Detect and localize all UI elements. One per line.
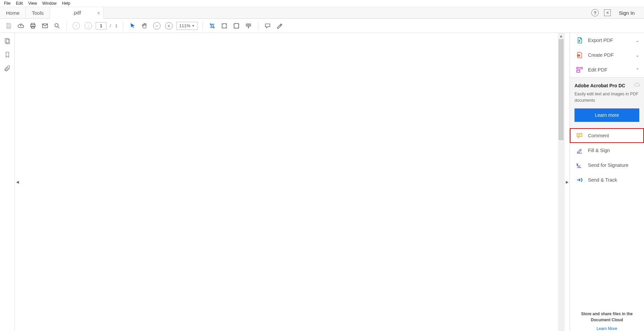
- tool-send-signature[interactable]: x Send for Signature: [570, 158, 644, 173]
- svg-rect-14: [577, 70, 580, 72]
- svg-rect-0: [8, 26, 10, 28]
- cloud-upload-icon[interactable]: [16, 21, 26, 31]
- svg-rect-6: [211, 25, 214, 27]
- zoom-level-select[interactable]: 111% ▼: [176, 22, 198, 30]
- cloud-icon: [634, 82, 640, 89]
- help-icon[interactable]: ?: [591, 9, 599, 16]
- tool-export-pdf-label: Export PDF: [588, 38, 613, 43]
- page-up-icon[interactable]: ↑: [72, 21, 81, 31]
- chevron-down-icon: ⌄: [636, 38, 639, 43]
- edit-pdf-icon: [576, 66, 583, 74]
- right-tools-panel: Export PDF ⌄ Create PDF ⌄ Edit PDF ⌃ Ado…: [569, 33, 644, 331]
- svg-point-16: [581, 178, 582, 179]
- svg-point-18: [581, 181, 582, 181]
- tool-create-pdf-label: Create PDF: [588, 52, 614, 58]
- toolbar: ↑ ↓ / 1 − + 111% ▼: [0, 19, 644, 33]
- fullscreen-icon[interactable]: [232, 21, 241, 31]
- menu-view[interactable]: View: [26, 0, 40, 6]
- chevron-up-icon: ⌃: [636, 67, 639, 73]
- tool-comment-label: Comment: [588, 133, 609, 138]
- svg-rect-3: [32, 26, 34, 28]
- svg-text:x: x: [577, 163, 578, 166]
- svg-rect-12: [577, 54, 580, 56]
- export-pdf-icon: [576, 37, 583, 44]
- menu-edit[interactable]: Edit: [13, 0, 26, 6]
- chevron-down-icon: ▼: [192, 24, 195, 28]
- tab-tools[interactable]: Tools: [26, 7, 50, 18]
- print-icon[interactable]: [28, 21, 38, 31]
- collapse-left-icon[interactable]: ◀: [16, 180, 19, 184]
- thumbnails-icon[interactable]: [4, 38, 11, 45]
- menu-bar: File Edit View Window Help: [0, 0, 644, 7]
- tab-document[interactable]: .pdf ×: [50, 7, 104, 19]
- tool-send-signature-label: Send for Signature: [588, 162, 629, 168]
- page-number-input[interactable]: [96, 22, 106, 30]
- menu-window[interactable]: Window: [40, 0, 59, 6]
- page-down-icon[interactable]: ↓: [84, 21, 93, 31]
- email-icon[interactable]: [40, 21, 50, 31]
- send-track-icon: [576, 176, 583, 184]
- fill-sign-icon: [576, 147, 583, 154]
- tab-document-label: .pdf: [73, 10, 81, 15]
- learn-more-button[interactable]: Learn more: [574, 108, 639, 122]
- edit-pdf-expanded: Adobe Acrobat Pro DC Easily edit text an…: [570, 77, 644, 128]
- fit-width-icon[interactable]: [208, 21, 217, 31]
- create-pdf-icon: [576, 51, 583, 59]
- highlight-icon[interactable]: [275, 21, 284, 31]
- tool-edit-pdf-label: Edit PDF: [588, 67, 607, 73]
- document-view[interactable]: ◀: [15, 33, 558, 331]
- comment-icon: [576, 132, 583, 139]
- tab-home[interactable]: Home: [0, 7, 26, 18]
- search-icon[interactable]: [52, 21, 62, 31]
- send-signature-icon: x: [576, 161, 583, 169]
- sign-in-button[interactable]: Sign In: [616, 10, 637, 16]
- tool-fill-sign-label: Fill & Sign: [588, 148, 610, 153]
- svg-rect-13: [577, 67, 583, 69]
- footer-store-text: Store and share files in the Document Cl…: [575, 311, 639, 323]
- scroll-up-icon[interactable]: ▲: [558, 33, 564, 39]
- svg-point-17: [582, 180, 582, 180]
- page-total: 1: [114, 23, 118, 28]
- attachments-icon[interactable]: [4, 65, 11, 73]
- comment-bubble-icon[interactable]: [263, 21, 272, 31]
- notifications-icon[interactable]: ✕: [604, 9, 611, 16]
- scroll-thumb[interactable]: [559, 39, 563, 140]
- hand-tool-icon[interactable]: [140, 21, 149, 31]
- expanded-title: Adobe Acrobat Pro DC: [574, 83, 639, 88]
- right-panel-footer: Store and share files in the Document Cl…: [570, 304, 644, 331]
- page-separator: /: [109, 23, 112, 28]
- vertical-scrollbar[interactable]: ▲: [558, 33, 564, 331]
- main-area: ◀ ▲ ▶ Export PDF ⌄ Create PDF ⌄ Edit PDF…: [0, 33, 644, 331]
- tool-send-track[interactable]: Send & Track: [570, 173, 644, 187]
- read-mode-icon[interactable]: [244, 21, 253, 31]
- tool-edit-pdf[interactable]: Edit PDF ⌃: [570, 62, 644, 77]
- svg-rect-8: [234, 23, 238, 28]
- menu-help[interactable]: Help: [59, 0, 73, 6]
- zoom-in-icon[interactable]: +: [164, 21, 174, 31]
- close-tab-icon[interactable]: ×: [97, 10, 100, 16]
- save-icon[interactable]: [4, 21, 13, 31]
- selection-tool-icon[interactable]: [128, 21, 137, 31]
- tool-export-pdf[interactable]: Export PDF ⌄: [570, 33, 644, 48]
- expand-right-icon[interactable]: ▶: [564, 33, 569, 331]
- tool-comment[interactable]: Comment: [570, 128, 644, 143]
- zoom-value: 111%: [179, 23, 190, 28]
- zoom-out-icon[interactable]: −: [152, 21, 162, 31]
- tool-send-track-label: Send & Track: [588, 177, 617, 183]
- tool-create-pdf[interactable]: Create PDF ⌄: [570, 48, 644, 62]
- expanded-description: Easily edit text and images in PDF docum…: [574, 91, 639, 104]
- svg-point-5: [55, 23, 58, 27]
- bookmarks-icon[interactable]: [4, 51, 11, 59]
- left-nav-panel: [0, 33, 15, 331]
- fit-page-icon[interactable]: [220, 21, 229, 31]
- tab-row: Home Tools .pdf × ? ✕ Sign In: [0, 7, 644, 19]
- footer-learn-more-link[interactable]: Learn More: [597, 326, 617, 331]
- menu-file[interactable]: File: [1, 0, 13, 6]
- tool-fill-sign[interactable]: Fill & Sign: [570, 143, 644, 158]
- chevron-down-icon: ⌄: [636, 53, 639, 58]
